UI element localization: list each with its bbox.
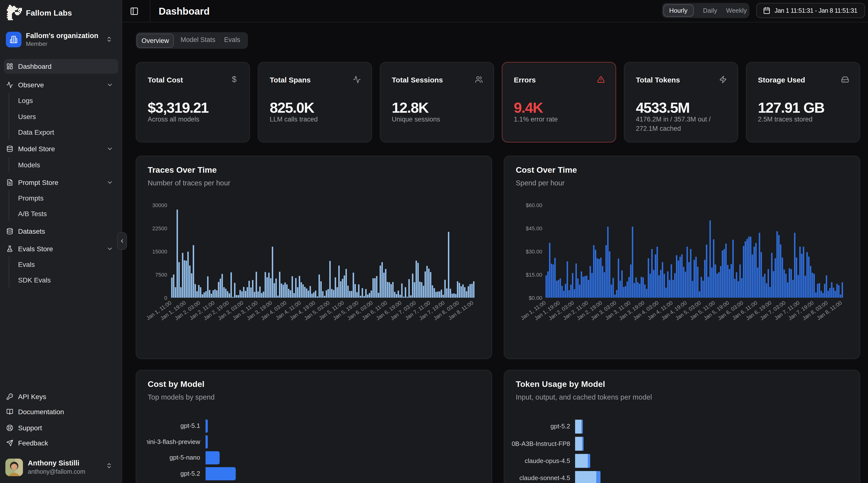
- svg-text:0: 0: [164, 295, 167, 301]
- svg-text:$15.00: $15.00: [526, 272, 542, 278]
- svg-text:7500: 7500: [155, 272, 167, 278]
- svg-text:$45.00: $45.00: [526, 225, 542, 231]
- svg-text:22500: 22500: [152, 225, 167, 231]
- svg-text:$60.00: $60.00: [526, 202, 542, 208]
- svg-text:$30.00: $30.00: [526, 249, 542, 255]
- svg-text:30000: 30000: [152, 202, 167, 208]
- svg-text:$0.00: $0.00: [528, 295, 542, 301]
- svg-text:15000: 15000: [152, 249, 167, 255]
